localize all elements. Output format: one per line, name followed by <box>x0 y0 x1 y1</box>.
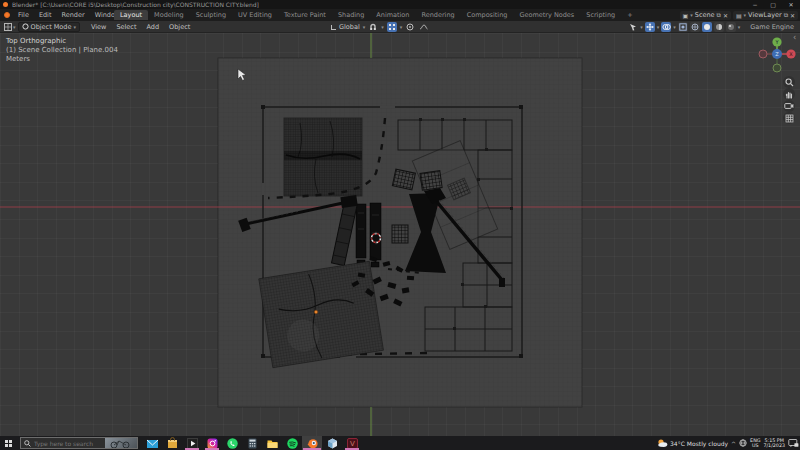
tab-uv-editing[interactable]: UV Editing <box>232 10 278 20</box>
show-gizmo-button[interactable] <box>645 22 655 32</box>
camera-view-button[interactable] <box>783 100 795 112</box>
chevron-down-icon: ▾ <box>690 12 693 18</box>
taskbar-app-icons: V <box>142 436 362 450</box>
shading-rendered-button[interactable] <box>726 22 736 32</box>
start-button[interactable] <box>0 436 16 450</box>
notification-tray-icon[interactable] <box>788 438 799 448</box>
navigation-gizmo[interactable]: Y X Z <box>755 37 799 77</box>
orthographic-toggle-button[interactable] <box>783 112 795 124</box>
taskbar-whatsapp[interactable] <box>222 436 242 450</box>
pan-hand-button[interactable] <box>783 88 795 100</box>
windows-logo-icon <box>5 440 12 447</box>
taskbar-spotify[interactable] <box>282 436 302 450</box>
weather-condition: Mostly cloudy <box>687 440 728 447</box>
editor-type-icon[interactable] <box>3 22 13 32</box>
taskbar-v-app[interactable]: V <box>342 436 362 450</box>
building-cluster[interactable] <box>284 118 362 196</box>
taskbar-blender[interactable] <box>302 436 322 450</box>
chevron-down-icon: ▾ <box>13 24 16 30</box>
tab-modeling[interactable]: Modeling <box>148 10 190 20</box>
tab-animation[interactable]: Animation <box>370 10 415 20</box>
tab-texture-paint[interactable]: Texture Paint <box>278 10 332 20</box>
tab-scripting[interactable]: Scripting <box>580 10 621 20</box>
language-indicator[interactable]: ENG US <box>750 438 760 448</box>
scene-name: Scene <box>695 11 715 19</box>
tab-shading[interactable]: Shading <box>332 10 370 20</box>
workspace-tabs: Layout Modeling Sculpting UV Editing Tex… <box>114 9 639 21</box>
shading-solid-button[interactable] <box>702 22 712 32</box>
clock-date: 7/1/2023 <box>763 443 785 448</box>
taskbar-calculator[interactable] <box>242 436 262 450</box>
network-globe-icon[interactable] <box>739 439 747 447</box>
menu-select[interactable]: Select <box>111 23 141 31</box>
search-input[interactable] <box>34 440 108 447</box>
chevron-down-icon: ▾ <box>400 24 403 30</box>
mode-dropdown[interactable]: Object Mode ▾ <box>18 22 80 32</box>
show-overlays-button[interactable] <box>661 22 671 32</box>
gizmo-neg-y-axis[interactable] <box>773 64 781 72</box>
menu-view[interactable]: View <box>86 23 111 31</box>
viewlayer-name: ViewLayer <box>748 11 782 19</box>
3d-viewport[interactable]: Top Orthographic (1) Scene Collection | … <box>0 33 800 436</box>
blender-app-icon <box>3 2 8 7</box>
shading-wireframe-button[interactable] <box>690 22 700 32</box>
viewport-scene <box>0 33 800 436</box>
tab-sculpting[interactable]: Sculpting <box>190 10 232 20</box>
blender-logo-icon[interactable] <box>4 12 10 18</box>
taskbar-3d-viewer[interactable] <box>322 436 342 450</box>
select-tool-pointer-icon[interactable] <box>628 22 638 32</box>
new-scene-icon[interactable]: ⧉ <box>717 11 721 19</box>
falloff-curve-icon[interactable] <box>418 22 428 32</box>
gizmo-neg-x-axis[interactable] <box>759 50 767 58</box>
snap-magnet-icon[interactable] <box>368 22 378 32</box>
shading-material-button[interactable] <box>714 22 724 32</box>
orientation-label[interactable]: Global <box>339 23 360 31</box>
tab-compositing[interactable]: Compositing <box>461 10 514 20</box>
unlink-scene-icon[interactable]: ✕ <box>723 12 728 19</box>
minimize-button[interactable]: − <box>746 1 764 8</box>
title-bar: Blender* [C:\Users\CORE i5\Desktop\Const… <box>0 0 800 9</box>
taskbar-weather[interactable]: 34°C Mostly cloudy <box>657 438 728 448</box>
chevron-down-icon: ▾ <box>640 24 643 30</box>
svg-text:V: V <box>350 440 355 448</box>
blender-window: Blender* [C:\Users\CORE i5\Desktop\Const… <box>0 0 800 450</box>
proportional-editing-icon[interactable] <box>405 22 415 32</box>
viewlayer-selector[interactable]: ▤ ▾ ViewLayer ⧉ ✕ <box>733 11 798 20</box>
scene-selector[interactable]: ▣ ▾ Scene ⧉ ✕ <box>680 11 731 20</box>
tab-geometry-nodes[interactable]: Geometry Nodes <box>513 10 580 20</box>
new-viewlayer-icon[interactable]: ⧉ <box>784 11 788 19</box>
menu-object[interactable]: Object <box>164 23 195 31</box>
taskbar-movies-tv[interactable] <box>182 436 202 450</box>
search-icon <box>24 440 31 447</box>
tab-layout[interactable]: Layout <box>114 10 148 20</box>
clock[interactable]: 5:15 PM 7/1/2023 <box>763 438 785 448</box>
viewlayer-icon: ▤ <box>736 12 742 19</box>
tray-expand-chevron[interactable]: ^ <box>731 440 736 447</box>
taskbar-instagram[interactable] <box>202 436 222 450</box>
terrain-mesh[interactable] <box>259 261 384 367</box>
taskbar-file-explorer[interactable] <box>262 436 282 450</box>
weather-temp: 34°C <box>670 440 685 447</box>
menu-render[interactable]: Render <box>56 11 89 19</box>
tab-rendering[interactable]: Rendering <box>415 10 460 20</box>
view-label: Top Orthographic <box>6 37 118 46</box>
zoom-tool-button[interactable] <box>783 76 795 88</box>
menu-file[interactable]: File <box>13 11 34 19</box>
mode-label: Object Mode <box>31 23 72 31</box>
search-highlight-image[interactable] <box>105 438 137 448</box>
remove-viewlayer-icon[interactable]: ✕ <box>790 12 795 19</box>
chevron-down-icon: ▾ <box>738 24 741 30</box>
tab-add[interactable]: + <box>621 10 638 20</box>
taskbar-store[interactable] <box>162 436 182 450</box>
chevron-down-icon: ▾ <box>381 24 384 30</box>
chevron-down-icon: ▾ <box>744 12 747 18</box>
toggle-xray-button[interactable] <box>678 22 688 32</box>
maximize-button[interactable]: ▢ <box>764 1 782 8</box>
menu-add[interactable]: Add <box>141 23 164 31</box>
snap-target-button[interactable] <box>387 22 397 32</box>
chevron-down-icon: ▾ <box>363 24 366 30</box>
menu-edit[interactable]: Edit <box>34 11 57 19</box>
taskbar-mail[interactable] <box>142 436 162 450</box>
taskbar-search[interactable] <box>20 437 138 449</box>
close-button[interactable]: ✕ <box>782 1 800 8</box>
